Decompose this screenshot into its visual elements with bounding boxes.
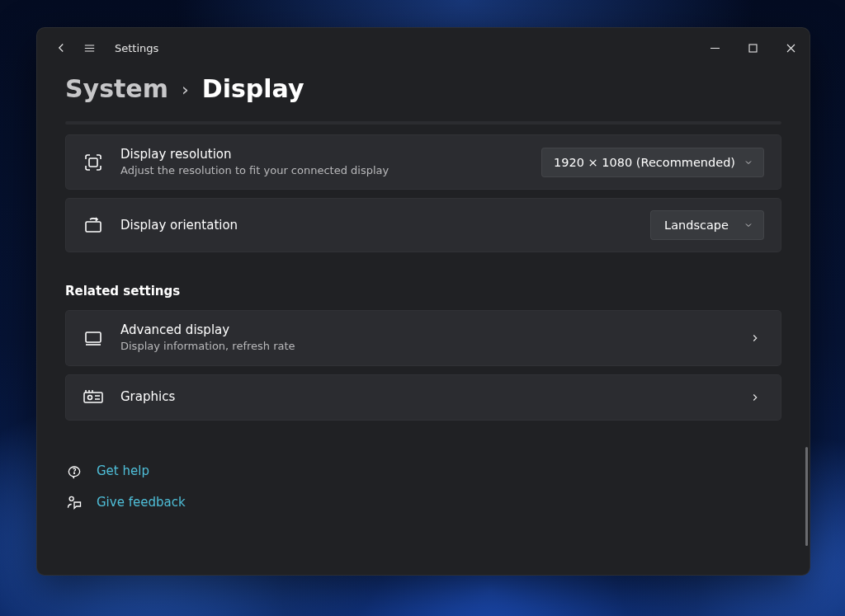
maximize-icon (748, 44, 758, 53)
maximize-button[interactable] (734, 34, 772, 62)
feedback-icon (65, 493, 83, 511)
breadcrumb: System › Display (65, 74, 781, 103)
svg-point-6 (74, 473, 75, 473)
back-button[interactable] (47, 34, 75, 62)
advanced-display-title: Advanced display (120, 322, 729, 338)
window-title: Settings (115, 42, 158, 54)
advanced-display-row[interactable]: Advanced display Display information, re… (65, 310, 781, 365)
display-resolution-dropdown[interactable]: 1920 × 1080 (Recommended) (541, 148, 764, 177)
graphics-row[interactable]: Graphics (65, 374, 781, 421)
svg-rect-1 (89, 158, 97, 167)
page-title: Display (202, 74, 304, 103)
help-icon (65, 462, 83, 480)
titlebar: Settings (37, 28, 810, 68)
display-orientation-value: Landscape (664, 219, 729, 232)
display-resolution-row[interactable]: Display resolution Adjust the resolution… (65, 134, 781, 190)
nav-menu-button[interactable] (75, 34, 103, 62)
svg-rect-3 (86, 332, 101, 342)
graphics-title: Graphics (120, 389, 729, 405)
close-icon (786, 44, 795, 53)
graphics-icon (83, 387, 104, 408)
display-orientation-row[interactable]: Display orientation Landscape (65, 198, 781, 252)
advanced-display-subtitle: Display information, refresh rate (120, 339, 729, 354)
svg-rect-4 (84, 393, 102, 402)
chevron-right-icon (746, 332, 764, 344)
hamburger-icon (83, 41, 97, 55)
give-feedback-label: Give feedback (97, 495, 186, 510)
get-help-link[interactable]: Get help (65, 462, 781, 480)
scrollbar-thumb[interactable] (805, 447, 808, 546)
chevron-down-icon (744, 220, 753, 230)
chevron-down-icon (744, 158, 753, 167)
minimize-icon (710, 44, 720, 53)
svg-rect-0 (749, 45, 757, 52)
monitor-icon (83, 327, 104, 349)
orientation-icon (83, 214, 104, 236)
chevron-right-icon: › (182, 79, 189, 100)
display-resolution-title: Display resolution (120, 147, 525, 162)
resolution-icon (83, 152, 104, 173)
svg-rect-2 (86, 222, 101, 232)
svg-point-5 (88, 395, 92, 399)
related-settings-heading: Related settings (65, 284, 781, 299)
get-help-label: Get help (97, 463, 149, 478)
give-feedback-link[interactable]: Give feedback (65, 493, 781, 511)
settings-window: Settings System › Display (36, 27, 810, 576)
breadcrumb-parent[interactable]: System (65, 74, 168, 103)
back-arrow-icon (54, 40, 68, 55)
display-orientation-dropdown[interactable]: Landscape (650, 210, 764, 240)
content-area: System › Display Display resolution Adju… (37, 68, 810, 575)
display-orientation-title: Display orientation (120, 218, 634, 233)
display-resolution-value: 1920 × 1080 (Recommended) (554, 156, 735, 169)
close-button[interactable] (772, 34, 810, 62)
minimize-button[interactable] (696, 34, 734, 62)
divider (65, 121, 781, 125)
display-resolution-subtitle: Adjust the resolution to fit your connec… (120, 163, 525, 178)
svg-point-7 (69, 496, 73, 501)
chevron-right-icon (746, 392, 764, 403)
